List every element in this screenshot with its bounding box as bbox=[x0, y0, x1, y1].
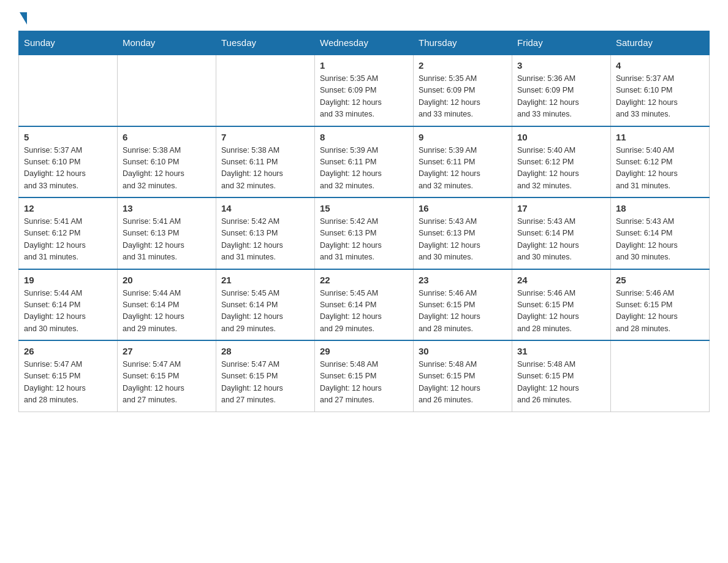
day-number: 8 bbox=[320, 132, 408, 142]
column-header-wednesday: Wednesday bbox=[315, 31, 414, 55]
day-info: Sunrise: 5:43 AM Sunset: 6:13 PM Dayligh… bbox=[419, 216, 507, 264]
calendar-week-row: 5Sunrise: 5:37 AM Sunset: 6:10 PM Daylig… bbox=[19, 126, 710, 198]
calendar-cell: 13Sunrise: 5:41 AM Sunset: 6:13 PM Dayli… bbox=[118, 197, 216, 269]
calendar-cell bbox=[216, 55, 315, 126]
column-header-sunday: Sunday bbox=[19, 31, 118, 55]
column-header-tuesday: Tuesday bbox=[216, 31, 315, 55]
calendar-cell: 16Sunrise: 5:43 AM Sunset: 6:13 PM Dayli… bbox=[414, 197, 512, 269]
day-info: Sunrise: 5:38 AM Sunset: 6:10 PM Dayligh… bbox=[123, 145, 211, 193]
logo-text bbox=[18, 12, 28, 25]
day-info: Sunrise: 5:35 AM Sunset: 6:09 PM Dayligh… bbox=[419, 73, 507, 121]
day-number: 23 bbox=[419, 275, 507, 285]
day-number: 31 bbox=[517, 346, 605, 356]
calendar-week-row: 12Sunrise: 5:41 AM Sunset: 6:12 PM Dayli… bbox=[19, 197, 710, 269]
day-number: 4 bbox=[616, 60, 704, 71]
day-number: 19 bbox=[24, 275, 112, 285]
calendar-cell: 21Sunrise: 5:45 AM Sunset: 6:14 PM Dayli… bbox=[216, 269, 315, 341]
day-info: Sunrise: 5:43 AM Sunset: 6:14 PM Dayligh… bbox=[616, 216, 704, 264]
calendar-cell: 14Sunrise: 5:42 AM Sunset: 6:13 PM Dayli… bbox=[216, 197, 315, 269]
calendar-table: SundayMondayTuesdayWednesdayThursdayFrid… bbox=[18, 31, 710, 412]
calendar-cell: 15Sunrise: 5:42 AM Sunset: 6:13 PM Dayli… bbox=[315, 197, 414, 269]
day-number: 14 bbox=[221, 203, 309, 213]
day-info: Sunrise: 5:47 AM Sunset: 6:15 PM Dayligh… bbox=[221, 359, 309, 407]
calendar-cell: 4Sunrise: 5:37 AM Sunset: 6:10 PM Daylig… bbox=[611, 55, 710, 126]
day-info: Sunrise: 5:45 AM Sunset: 6:14 PM Dayligh… bbox=[221, 288, 309, 335]
calendar-cell bbox=[118, 55, 216, 126]
day-number: 12 bbox=[24, 203, 112, 213]
calendar-body: 1Sunrise: 5:35 AM Sunset: 6:09 PM Daylig… bbox=[19, 55, 710, 412]
day-number: 20 bbox=[123, 275, 211, 285]
day-number: 27 bbox=[123, 346, 211, 356]
day-number: 22 bbox=[320, 275, 408, 285]
calendar-cell: 11Sunrise: 5:40 AM Sunset: 6:12 PM Dayli… bbox=[611, 126, 710, 198]
column-header-friday: Friday bbox=[512, 31, 611, 55]
day-info: Sunrise: 5:41 AM Sunset: 6:13 PM Dayligh… bbox=[123, 216, 211, 264]
day-number: 24 bbox=[517, 275, 605, 285]
day-number: 10 bbox=[517, 132, 605, 142]
calendar-week-row: 1Sunrise: 5:35 AM Sunset: 6:09 PM Daylig… bbox=[19, 55, 710, 126]
calendar-cell: 30Sunrise: 5:48 AM Sunset: 6:15 PM Dayli… bbox=[414, 340, 512, 412]
day-number: 25 bbox=[616, 275, 704, 285]
calendar-cell: 26Sunrise: 5:47 AM Sunset: 6:15 PM Dayli… bbox=[19, 340, 118, 412]
day-info: Sunrise: 5:42 AM Sunset: 6:13 PM Dayligh… bbox=[320, 216, 408, 264]
calendar-cell: 8Sunrise: 5:39 AM Sunset: 6:11 PM Daylig… bbox=[315, 126, 414, 198]
day-number: 28 bbox=[221, 346, 309, 356]
day-info: Sunrise: 5:39 AM Sunset: 6:11 PM Dayligh… bbox=[320, 145, 408, 193]
day-number: 1 bbox=[320, 60, 408, 71]
calendar-header-row: SundayMondayTuesdayWednesdayThursdayFrid… bbox=[19, 31, 710, 55]
day-info: Sunrise: 5:48 AM Sunset: 6:15 PM Dayligh… bbox=[419, 359, 507, 407]
day-info: Sunrise: 5:46 AM Sunset: 6:15 PM Dayligh… bbox=[517, 288, 605, 335]
calendar-cell: 25Sunrise: 5:46 AM Sunset: 6:15 PM Dayli… bbox=[611, 269, 710, 341]
day-info: Sunrise: 5:35 AM Sunset: 6:09 PM Dayligh… bbox=[320, 73, 408, 121]
day-info: Sunrise: 5:44 AM Sunset: 6:14 PM Dayligh… bbox=[24, 288, 112, 335]
day-info: Sunrise: 5:47 AM Sunset: 6:15 PM Dayligh… bbox=[123, 359, 211, 407]
calendar-cell: 27Sunrise: 5:47 AM Sunset: 6:15 PM Dayli… bbox=[118, 340, 216, 412]
day-info: Sunrise: 5:43 AM Sunset: 6:14 PM Dayligh… bbox=[517, 216, 605, 264]
day-info: Sunrise: 5:47 AM Sunset: 6:15 PM Dayligh… bbox=[24, 359, 112, 407]
day-number: 13 bbox=[123, 203, 211, 213]
calendar-cell bbox=[611, 340, 710, 412]
calendar-cell: 31Sunrise: 5:48 AM Sunset: 6:15 PM Dayli… bbox=[512, 340, 611, 412]
day-number: 15 bbox=[320, 203, 408, 213]
day-info: Sunrise: 5:48 AM Sunset: 6:15 PM Dayligh… bbox=[517, 359, 605, 407]
day-number: 26 bbox=[24, 346, 112, 356]
calendar-cell: 3Sunrise: 5:36 AM Sunset: 6:09 PM Daylig… bbox=[512, 55, 611, 126]
calendar-week-row: 26Sunrise: 5:47 AM Sunset: 6:15 PM Dayli… bbox=[19, 340, 710, 412]
calendar-cell: 9Sunrise: 5:39 AM Sunset: 6:11 PM Daylig… bbox=[414, 126, 512, 198]
calendar-cell: 18Sunrise: 5:43 AM Sunset: 6:14 PM Dayli… bbox=[611, 197, 710, 269]
column-header-saturday: Saturday bbox=[611, 31, 710, 55]
calendar-cell: 10Sunrise: 5:40 AM Sunset: 6:12 PM Dayli… bbox=[512, 126, 611, 198]
calendar-cell: 6Sunrise: 5:38 AM Sunset: 6:10 PM Daylig… bbox=[118, 126, 216, 198]
day-number: 2 bbox=[419, 60, 507, 71]
day-info: Sunrise: 5:48 AM Sunset: 6:15 PM Dayligh… bbox=[320, 359, 408, 407]
day-info: Sunrise: 5:37 AM Sunset: 6:10 PM Dayligh… bbox=[616, 73, 704, 121]
day-number: 29 bbox=[320, 346, 408, 356]
column-header-thursday: Thursday bbox=[414, 31, 512, 55]
calendar-cell: 12Sunrise: 5:41 AM Sunset: 6:12 PM Dayli… bbox=[19, 197, 118, 269]
logo bbox=[18, 12, 28, 25]
day-info: Sunrise: 5:40 AM Sunset: 6:12 PM Dayligh… bbox=[517, 145, 605, 193]
day-number: 30 bbox=[419, 346, 507, 356]
calendar-cell: 5Sunrise: 5:37 AM Sunset: 6:10 PM Daylig… bbox=[19, 126, 118, 198]
column-header-monday: Monday bbox=[118, 31, 216, 55]
day-info: Sunrise: 5:46 AM Sunset: 6:15 PM Dayligh… bbox=[419, 288, 507, 335]
day-info: Sunrise: 5:44 AM Sunset: 6:14 PM Dayligh… bbox=[123, 288, 211, 335]
day-number: 21 bbox=[221, 275, 309, 285]
calendar-week-row: 19Sunrise: 5:44 AM Sunset: 6:14 PM Dayli… bbox=[19, 269, 710, 341]
day-info: Sunrise: 5:36 AM Sunset: 6:09 PM Dayligh… bbox=[517, 73, 605, 121]
calendar-cell: 1Sunrise: 5:35 AM Sunset: 6:09 PM Daylig… bbox=[315, 55, 414, 126]
calendar-cell: 23Sunrise: 5:46 AM Sunset: 6:15 PM Dayli… bbox=[414, 269, 512, 341]
calendar-cell: 20Sunrise: 5:44 AM Sunset: 6:14 PM Dayli… bbox=[118, 269, 216, 341]
calendar-cell: 7Sunrise: 5:38 AM Sunset: 6:11 PM Daylig… bbox=[216, 126, 315, 198]
day-info: Sunrise: 5:41 AM Sunset: 6:12 PM Dayligh… bbox=[24, 216, 112, 264]
day-number: 7 bbox=[221, 132, 309, 142]
page-header bbox=[18, 12, 710, 25]
day-number: 16 bbox=[419, 203, 507, 213]
day-info: Sunrise: 5:39 AM Sunset: 6:11 PM Dayligh… bbox=[419, 145, 507, 193]
day-number: 17 bbox=[517, 203, 605, 213]
day-number: 5 bbox=[24, 132, 112, 142]
calendar-cell: 22Sunrise: 5:45 AM Sunset: 6:14 PM Dayli… bbox=[315, 269, 414, 341]
day-info: Sunrise: 5:45 AM Sunset: 6:14 PM Dayligh… bbox=[320, 288, 408, 335]
day-info: Sunrise: 5:42 AM Sunset: 6:13 PM Dayligh… bbox=[221, 216, 309, 264]
day-info: Sunrise: 5:46 AM Sunset: 6:15 PM Dayligh… bbox=[616, 288, 704, 335]
